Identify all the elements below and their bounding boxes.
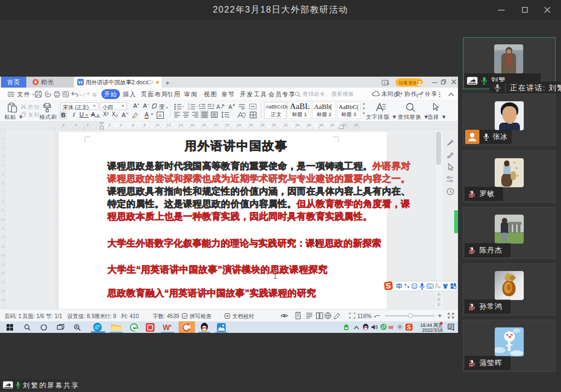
svg-text:1: 1 [188,103,190,106]
svg-text:A: A [216,104,220,109]
svg-text:A: A [122,112,126,118]
svg-text:W: W [388,324,393,330]
svg-text:A: A [158,113,162,118]
svg-text:1: 1 [383,80,386,85]
svg-text:+: + [169,324,172,328]
svg-text:A: A [228,104,232,109]
svg-text:2: 2 [188,107,190,109]
svg-text:P: P [47,93,49,96]
